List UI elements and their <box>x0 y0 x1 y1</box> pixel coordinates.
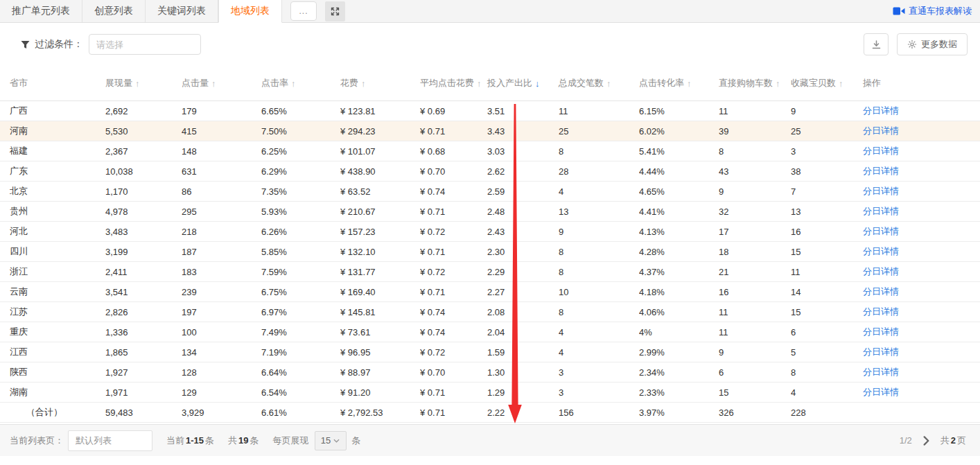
data-cell: 3.43 <box>487 126 559 137</box>
daily-detail-link[interactable]: 分日详情 <box>863 306 899 317</box>
tab-bar: 推广单元列表 创意列表 关键词列表 地域列表 ... 直通车报表解读 <box>0 0 980 23</box>
sort-up-icon[interactable]: ↑ <box>291 78 296 89</box>
column-label: 投入产出比 <box>487 77 532 89</box>
tab-promotion-units[interactable]: 推广单元列表 <box>0 0 82 22</box>
data-cell: 148 <box>182 146 261 157</box>
daily-detail-link[interactable]: 分日详情 <box>863 226 899 236</box>
data-cell: 4.18% <box>639 287 719 297</box>
more-tabs-button[interactable]: ... <box>290 1 317 21</box>
sort-up-icon[interactable]: ↑ <box>361 78 366 89</box>
table-row: （合计）59,4833,9296.61%¥ 2,792.53¥ 0.712.22… <box>0 403 980 423</box>
column-header-8[interactable]: 总成交笔数↑ <box>559 77 639 89</box>
daily-detail-link[interactable]: 分日详情 <box>863 266 899 277</box>
operation-cell: 分日详情 <box>863 225 980 238</box>
column-label: 直接购物车数 <box>719 77 773 89</box>
sort-up-icon[interactable]: ↑ <box>839 78 843 89</box>
daily-detail-link[interactable]: 分日详情 <box>863 246 899 256</box>
data-cell: 28 <box>559 166 639 177</box>
data-cell: 1.59 <box>487 347 559 358</box>
data-cell: 6.26% <box>261 227 340 237</box>
data-cell: 9 <box>719 347 791 358</box>
data-cell: 2.48 <box>487 207 559 217</box>
data-cell: 25 <box>791 126 863 137</box>
list-page-input[interactable] <box>68 430 152 451</box>
filter-label: 过滤条件： <box>21 38 83 51</box>
daily-detail-link[interactable]: 分日详情 <box>863 326 899 337</box>
data-cell: 11 <box>719 106 791 116</box>
data-cell: 11 <box>719 307 791 317</box>
download-button[interactable] <box>864 33 889 55</box>
data-cell: 179 <box>182 106 261 116</box>
sort-down-icon[interactable]: ↓ <box>535 78 540 89</box>
data-cell: 187 <box>182 247 261 257</box>
operation-cell: 分日详情 <box>863 105 980 117</box>
data-cell: 6.64% <box>261 367 340 378</box>
more-data-button[interactable]: 更多数据 <box>897 33 968 55</box>
column-header-4[interactable]: 点击率↑ <box>261 77 340 89</box>
data-cell: 4.13% <box>639 227 719 237</box>
operation-cell: 分日详情 <box>863 326 980 338</box>
data-cell: ¥ 0.68 <box>420 146 487 157</box>
column-header-10[interactable]: 直接购物车数↑ <box>719 77 791 89</box>
report-guide-label: 直通车报表解读 <box>909 5 972 17</box>
column-header-5[interactable]: 花费↑ <box>340 77 420 89</box>
column-header-11[interactable]: 收藏宝贝数↑ <box>791 77 863 89</box>
page-indicator: 1/2 <box>900 435 912 446</box>
daily-detail-link[interactable]: 分日详情 <box>863 367 899 377</box>
sort-up-icon[interactable]: ↑ <box>776 78 780 89</box>
daily-detail-link[interactable]: 分日详情 <box>863 166 899 176</box>
operation-cell: 分日详情 <box>863 265 980 278</box>
daily-detail-link[interactable]: 分日详情 <box>863 286 899 297</box>
data-cell: ¥ 169.40 <box>340 287 420 297</box>
daily-detail-link[interactable]: 分日详情 <box>863 206 899 216</box>
data-cell: ¥ 0.72 <box>420 227 487 237</box>
data-cell: 8 <box>559 247 639 257</box>
column-header-1: 省市 <box>0 77 105 89</box>
tab-regions[interactable]: 地域列表 <box>218 0 282 23</box>
report-guide-link[interactable]: 直通车报表解读 <box>893 0 980 22</box>
table-row: 广西2,6921796.65%¥ 123.81¥ 0.693.51116.15%… <box>0 101 980 121</box>
sort-up-icon[interactable]: ↑ <box>211 78 216 89</box>
data-cell: ¥ 0.70 <box>420 367 487 378</box>
data-cell: 4 <box>791 387 863 398</box>
column-label: 点击量 <box>182 77 209 89</box>
daily-detail-link[interactable]: 分日详情 <box>863 105 899 116</box>
data-cell: 6.61% <box>261 407 340 418</box>
daily-detail-link[interactable]: 分日详情 <box>863 186 899 196</box>
province-cell: 河南 <box>0 125 105 137</box>
data-cell: 2.33% <box>639 387 719 398</box>
data-cell: 8 <box>719 146 791 157</box>
table-row: 云南3,5412396.75%¥ 169.40¥ 0.712.27104.18%… <box>0 282 980 302</box>
sort-up-icon[interactable]: ↑ <box>606 78 611 89</box>
data-cell: ¥ 210.67 <box>340 207 420 217</box>
sort-up-icon[interactable]: ↑ <box>477 78 482 89</box>
column-header-7[interactable]: 投入产出比↓ <box>487 77 559 89</box>
province-cell: 陕西 <box>0 366 105 378</box>
sort-up-icon[interactable]: ↑ <box>135 78 140 89</box>
data-cell: 4 <box>559 186 639 197</box>
data-cell: 39 <box>719 126 791 137</box>
data-cell: ¥ 145.81 <box>340 307 420 317</box>
per-page-select[interactable]: 15 <box>315 431 347 450</box>
total-count-text: 共19条 <box>228 435 259 447</box>
tab-keywords[interactable]: 关键词列表 <box>146 0 218 22</box>
data-cell: 15 <box>791 307 863 317</box>
province-cell: 广西 <box>0 105 105 117</box>
daily-detail-link[interactable]: 分日详情 <box>863 387 899 397</box>
daily-detail-link[interactable]: 分日详情 <box>863 125 899 136</box>
tab-creatives[interactable]: 创意列表 <box>82 0 146 22</box>
column-header-3[interactable]: 点击量↑ <box>182 77 261 89</box>
next-page-button[interactable] <box>923 436 929 446</box>
data-cell: 415 <box>182 126 261 137</box>
column-header-9[interactable]: 点击转化率↑ <box>639 77 719 89</box>
data-cell: 2,367 <box>105 146 182 157</box>
fullscreen-button[interactable] <box>325 1 345 21</box>
filter-select-input[interactable] <box>89 34 201 55</box>
daily-detail-link[interactable]: 分日详情 <box>863 146 899 156</box>
daily-detail-link[interactable]: 分日详情 <box>863 346 899 357</box>
sort-up-icon[interactable]: ↑ <box>687 78 692 89</box>
column-header-6[interactable]: 平均点击花费↑ <box>420 77 487 89</box>
column-header-2[interactable]: 展现量↑ <box>105 77 182 89</box>
province-cell: 河北 <box>0 225 105 238</box>
data-cell: 2.27 <box>487 287 559 297</box>
